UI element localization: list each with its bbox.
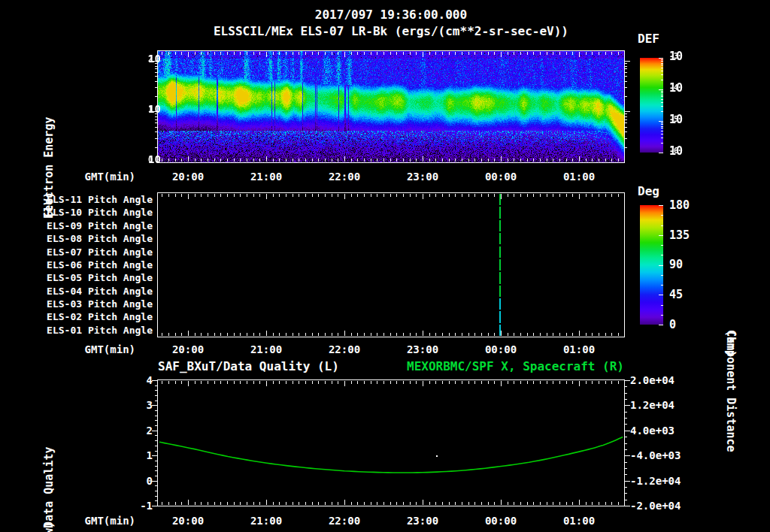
tick-mark <box>661 96 663 97</box>
row-label-els-04: ELS-04 Pitch Angle <box>32 286 153 297</box>
tick-mark <box>162 52 162 55</box>
tick-mark <box>520 194 521 197</box>
tick-mark <box>579 52 580 57</box>
tick-mark <box>403 194 404 197</box>
tick-mark <box>279 52 280 55</box>
tick-mark <box>195 502 196 505</box>
time-tick: 23:00 <box>399 343 447 355</box>
tick-mark <box>286 381 286 384</box>
tick-mark <box>611 194 612 197</box>
tick-mark <box>181 159 182 162</box>
tick-mark <box>371 52 371 55</box>
time-tick: 23:00 <box>399 171 447 183</box>
pitch-angle-sample-segment <box>499 246 501 258</box>
tick-mark <box>168 333 169 336</box>
tick-mark <box>624 138 627 139</box>
tick-mark <box>364 502 365 505</box>
tick-mark <box>514 52 514 55</box>
tick-mark <box>611 159 612 162</box>
pitch-angle-sample-segment <box>499 207 501 218</box>
pitch-angle-sample-segment <box>499 194 501 205</box>
tick-mark <box>624 455 630 456</box>
tick-mark <box>527 333 528 336</box>
tick-mark <box>661 255 663 255</box>
tick-mark <box>390 159 391 162</box>
time-tick: 01:00 <box>555 343 603 355</box>
tick-mark <box>586 502 587 505</box>
time-tick: 23:00 <box>399 515 447 527</box>
tick-mark <box>195 381 196 384</box>
tick-mark <box>396 194 397 197</box>
row-label-els-11: ELS-11 Pitch Angle <box>32 194 153 205</box>
tick-mark <box>155 81 158 82</box>
tick-mark <box>344 331 345 336</box>
tick-mark <box>253 159 254 162</box>
time-tick: 01:00 <box>555 171 603 183</box>
def-tick-1e-6: 10-6 <box>669 144 678 161</box>
tick-mark <box>474 52 475 55</box>
tick-mark <box>455 159 456 162</box>
tick-mark <box>520 381 521 384</box>
tick-mark <box>195 52 196 55</box>
tick-mark <box>220 194 221 197</box>
tick-mark <box>624 61 630 62</box>
tick-mark <box>559 502 560 505</box>
tick-mark <box>195 159 196 162</box>
tick-mark <box>181 502 182 505</box>
gmt-axis-label-top: GMT(min) <box>53 171 135 183</box>
def-tick-1e-3: 10-3 <box>669 50 678 66</box>
tick-mark <box>423 156 423 162</box>
tick-mark <box>474 333 475 336</box>
tick-mark <box>429 159 430 162</box>
tick-mark <box>383 194 384 197</box>
tick-mark <box>579 194 580 199</box>
tick-mark <box>240 333 241 336</box>
tick-mark <box>299 502 299 505</box>
tick-mark <box>273 194 274 197</box>
time-tick: 22:00 <box>320 515 368 527</box>
tick-mark <box>351 159 352 162</box>
tick-mark <box>661 305 663 306</box>
tick-mark <box>357 194 358 197</box>
tick-mark <box>455 381 456 384</box>
tick-mark <box>501 381 502 386</box>
tick-mark <box>624 81 627 82</box>
tick-mark <box>253 333 254 336</box>
tick-mark <box>312 502 313 505</box>
tick-mark <box>586 52 587 55</box>
tick-mark <box>423 381 423 386</box>
tick-mark <box>442 194 443 197</box>
tick-mark <box>305 194 306 197</box>
tick-mark <box>624 116 627 117</box>
tick-mark <box>579 156 580 162</box>
tick-mark <box>351 333 352 336</box>
tick-mark <box>259 52 260 55</box>
tick-mark <box>293 52 293 55</box>
tick-mark <box>253 381 254 384</box>
tick-mark <box>155 500 158 501</box>
tick-mark <box>155 485 158 486</box>
tick-mark <box>318 502 319 505</box>
tick-mark <box>661 106 663 107</box>
tick-mark <box>429 502 430 505</box>
tick-mark <box>410 381 411 384</box>
tick-mark <box>234 159 235 162</box>
tick-mark <box>299 333 299 336</box>
tick-mark <box>338 52 338 55</box>
tick-mark <box>155 131 158 132</box>
tick-mark <box>390 502 391 505</box>
tick-mark <box>383 159 384 162</box>
tick-mark <box>155 420 158 421</box>
tick-mark <box>273 333 274 336</box>
tick-mark <box>468 52 469 55</box>
tick-mark <box>168 381 169 384</box>
time-tick: 01:00 <box>555 515 603 527</box>
tick-mark <box>474 502 475 505</box>
tick-mark <box>155 96 158 97</box>
tick-mark <box>332 381 332 384</box>
tick-mark <box>435 502 436 505</box>
tick-mark <box>455 502 456 505</box>
tick-mark <box>605 194 606 197</box>
tick-mark <box>152 481 158 482</box>
tick-mark <box>214 159 215 162</box>
